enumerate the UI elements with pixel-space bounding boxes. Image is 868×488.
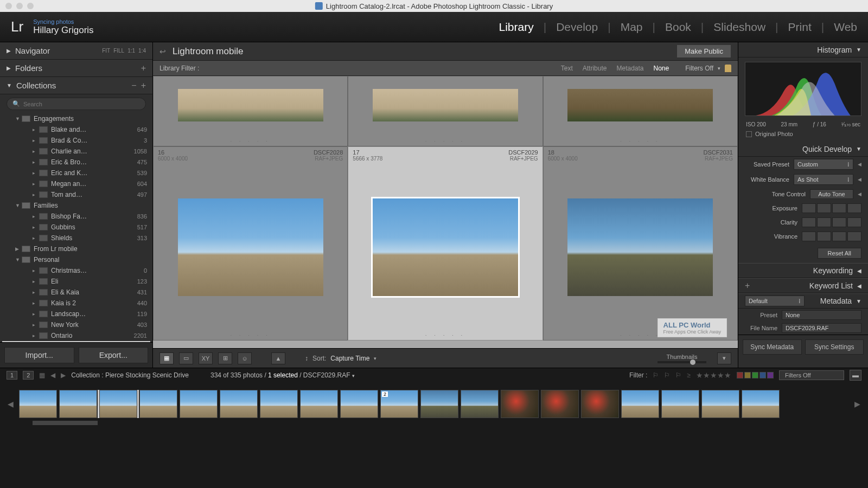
- filter-preset-select[interactable]: Filters Off: [779, 370, 844, 380]
- grid-cell[interactable]: 17DSCF20295666 x 3778RAF+JPEG· · · · ·: [348, 146, 542, 341]
- chevron-left-icon[interactable]: ◀: [858, 177, 861, 182]
- collection-item[interactable]: ▸Landscap…119: [2, 309, 150, 319]
- swatch-purple[interactable]: [767, 372, 774, 378]
- module-map[interactable]: Map: [621, 21, 643, 34]
- collections-header[interactable]: ▼ Collections − +: [0, 77, 152, 94]
- window-1-badge[interactable]: 1: [7, 371, 17, 380]
- auto-tone-button[interactable]: Auto Tone: [810, 189, 853, 199]
- cell-rating-dots[interactable]: · · · · ·: [348, 136, 542, 146]
- swatch-red[interactable]: [737, 372, 743, 378]
- collection-item[interactable]: ▸Gubbins517: [2, 222, 150, 233]
- clarity-plus1[interactable]: [832, 217, 846, 227]
- chevron-left-icon[interactable]: ◀: [858, 162, 861, 167]
- nav-zoom-1-1[interactable]: 1:1: [127, 48, 135, 54]
- chevron-left-icon[interactable]: ◀: [858, 191, 861, 197]
- histogram-header[interactable]: Histogram ▼: [738, 42, 868, 57]
- chevron-right-icon[interactable]: ▶: [15, 246, 22, 252]
- filter-metadata[interactable]: Metadata: [616, 65, 643, 72]
- cell-rating-dots[interactable]: · · · · ·: [348, 330, 542, 340]
- module-print[interactable]: Print: [788, 21, 812, 34]
- grid-cell[interactable]: 16DSCF20286000 x 4000RAF+JPEG· · · · ·: [153, 146, 348, 341]
- collection-item[interactable]: ▸Shields313: [2, 233, 150, 243]
- saved-preset-select[interactable]: Custom⁞: [794, 159, 853, 170]
- folders-header[interactable]: ▶ Folders +: [0, 60, 152, 77]
- white-balance-select[interactable]: As Shot⁞: [794, 174, 853, 185]
- metadata-filename-value[interactable]: DSCF2029.RAF: [782, 323, 861, 333]
- grid-cell[interactable]: · · · · ·: [153, 76, 348, 146]
- filmstrip-thumb[interactable]: 2: [380, 390, 418, 418]
- filmstrip-thumb[interactable]: [19, 390, 57, 418]
- import-button[interactable]: Import...: [4, 347, 74, 363]
- metadata-preset-value[interactable]: None: [782, 310, 861, 320]
- filmstrip-thumb[interactable]: [340, 390, 378, 418]
- navigator-header[interactable]: ▶ Navigator FITFILL1:11:4: [0, 42, 152, 60]
- survey-view-button[interactable]: ⊞: [218, 352, 232, 364]
- window-2-badge[interactable]: 2: [23, 371, 34, 380]
- sort-value[interactable]: Capture Time: [330, 355, 369, 362]
- metadata-header[interactable]: Default⁞ Metadata ▼: [738, 293, 868, 309]
- keywording-header[interactable]: Keywording ◀: [738, 263, 868, 278]
- nav-zoom-1-4[interactable]: 1:4: [138, 48, 146, 54]
- nav-zoom-fit[interactable]: FIT: [102, 48, 110, 54]
- sort-direction-icon[interactable]: ↕: [305, 355, 308, 362]
- loupe-view-button[interactable]: ▭: [179, 352, 193, 364]
- grid-cell[interactable]: · · · · ·: [348, 76, 542, 146]
- add-folder-button[interactable]: +: [141, 63, 146, 73]
- collection-set[interactable]: ▼Engagements: [2, 113, 150, 124]
- people-view-button[interactable]: ☺: [238, 352, 252, 364]
- filmstrip-thumb[interactable]: [661, 390, 699, 418]
- remove-collection-button[interactable]: −: [131, 81, 136, 91]
- filmstrip-thumb[interactable]: [99, 390, 137, 418]
- thumbnail[interactable]: [178, 89, 323, 121]
- filmstrip-thumb[interactable]: [581, 390, 619, 418]
- flag-unpicked-icon[interactable]: ⚐: [664, 371, 670, 379]
- collections-search[interactable]: 🔍 Search: [7, 98, 146, 110]
- module-slideshow[interactable]: Slideshow: [713, 21, 765, 34]
- collection-item[interactable]: ▸Charlie an…1058: [2, 146, 150, 157]
- nav-zoom-fill[interactable]: FILL: [113, 48, 124, 54]
- collection-item[interactable]: ▸Christmas…0: [2, 265, 150, 276]
- thumbnail[interactable]: [178, 198, 323, 296]
- collection-item[interactable]: ▸Eli & Kaia431: [2, 287, 150, 298]
- collection-set[interactable]: ▼Families: [2, 200, 150, 211]
- clarity-minus2[interactable]: [802, 217, 816, 227]
- chevron-down-icon[interactable]: ▼: [15, 203, 22, 208]
- vibrance-minus1[interactable]: [817, 232, 831, 241]
- filmstrip-thumbs[interactable]: 2: [19, 390, 849, 418]
- filmstrip-thumb[interactable]: [59, 390, 97, 418]
- exposure-plus1[interactable]: [832, 203, 846, 213]
- vibrance-plus2[interactable]: [847, 232, 861, 241]
- collection-item[interactable]: ▸Eric & Bro…475: [2, 157, 150, 168]
- flag-picked-icon[interactable]: ⚐: [653, 371, 659, 379]
- thumbnail[interactable]: [567, 198, 713, 296]
- cell-rating-dots[interactable]: · · · · ·: [154, 330, 347, 340]
- sync-metadata-button[interactable]: Sync Metadata: [743, 339, 802, 355]
- thumbnail[interactable]: [567, 89, 713, 121]
- collection-item[interactable]: ▸Ontario2201: [2, 330, 150, 341]
- next-photo-button[interactable]: ▶: [61, 371, 66, 379]
- maximize-window-button[interactable]: [27, 3, 34, 9]
- collection-item[interactable]: ▸New York403: [2, 319, 150, 330]
- chevron-down-icon[interactable]: ▾: [352, 373, 355, 378]
- module-develop[interactable]: Develop: [556, 21, 598, 34]
- collection-item[interactable]: ▸Kaia is 2440: [2, 298, 150, 309]
- module-web[interactable]: Web: [834, 21, 857, 34]
- swatch-green[interactable]: [752, 372, 758, 378]
- spray-button[interactable]: ▲: [271, 352, 285, 364]
- add-keyword-button[interactable]: +: [745, 281, 750, 291]
- module-book[interactable]: Book: [665, 21, 691, 34]
- quick-develop-header[interactable]: Quick Develop ▼: [738, 142, 868, 157]
- filmstrip-scrollbar[interactable]: [33, 421, 98, 425]
- collection-item[interactable]: ▸Eli123: [2, 276, 150, 287]
- grid-cell[interactable]: 18DSCF20316000 x 4000RAF+JPEG· · · · ·: [543, 146, 738, 341]
- filter-text[interactable]: Text: [561, 65, 573, 72]
- vibrance-plus1[interactable]: [832, 232, 846, 241]
- module-library[interactable]: Library: [499, 21, 533, 34]
- chevron-down-icon[interactable]: ▼: [15, 257, 22, 262]
- prev-photo-button[interactable]: ◀: [50, 371, 55, 379]
- thumbnail-size-slider[interactable]: Thumbnails: [658, 354, 706, 363]
- star-rating-filter[interactable]: ★★★★★: [696, 371, 731, 380]
- minimize-window-button[interactable]: [16, 3, 23, 9]
- filters-off-group[interactable]: Filters Off ▾: [685, 65, 731, 72]
- exposure-minus2[interactable]: [802, 203, 816, 213]
